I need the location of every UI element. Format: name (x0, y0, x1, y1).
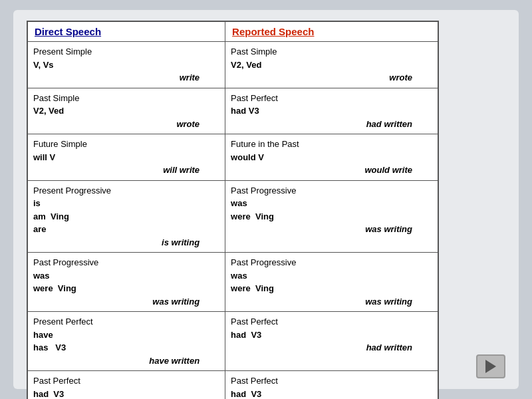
direct-tense-1: Past Simple (33, 92, 219, 105)
direct-form-3: is am Ving are (33, 197, 219, 236)
direct-cell-2: Future Simplewill Vwill write (27, 134, 225, 181)
reported-tense-5: Past Perfect (231, 315, 432, 329)
reported-form-2: would V (231, 151, 432, 164)
direct-tense-2: Future Simple (33, 138, 219, 151)
reported-example-2: would write (231, 164, 432, 177)
reported-form-0: V2, Ved (231, 59, 432, 72)
direct-tense-4: Past Progressive (33, 256, 219, 269)
reported-form-1: had V3 (231, 104, 432, 118)
direct-example-0: write (33, 71, 219, 84)
reported-cell-0: Past SimpleV2, Vedwrote (225, 42, 438, 88)
direct-tense-0: Present Simple (33, 45, 219, 59)
reported-tense-3: Past Progressive (231, 184, 432, 198)
direct-tense-5: Present Perfect (33, 315, 219, 329)
direct-form-0: V, Vs (33, 59, 219, 72)
reported-example-4: was writing (231, 295, 432, 309)
direct-cell-1: Past SimpleV2, Vedwrote (27, 88, 225, 134)
direct-cell-0: Present SimpleV, Vswrite (27, 42, 225, 88)
reported-tense-0: Past Simple (231, 45, 432, 59)
reported-example-1: had written (231, 118, 432, 131)
reported-form-5: had V3 (231, 329, 432, 342)
reported-tense-6: Past Perfect (231, 374, 432, 388)
direct-cell-3: Present Progressiveis am Ving areis writ… (27, 180, 225, 253)
reported-example-5: had written (231, 341, 432, 354)
reported-cell-2: Future in the Pastwould Vwould write (225, 134, 438, 181)
reported-cell-4: Past Progressivewas were Vingwas writing (225, 253, 438, 312)
reported-cell-3: Past Progressivewas were Vingwas writing (225, 180, 438, 253)
reported-tense-4: Past Progressive (231, 256, 432, 269)
direct-cell-5: Present Perfecthave has V3have written (27, 312, 225, 371)
header-reported: Reported Speech (225, 21, 438, 42)
reported-tense-1: Past Perfect (231, 92, 432, 105)
direct-cell-4: Past Progressivewas were Vingwas writing (27, 253, 225, 312)
reported-cell-1: Past Perfecthad V3had written (225, 88, 438, 134)
slide: Direct Speech Reported Speech Present Si… (13, 10, 519, 389)
direct-form-1: V2, Ved (33, 104, 219, 118)
direct-example-2: will write (33, 164, 219, 177)
direct-cell-6: Past Perfecthad V3had written (27, 371, 225, 400)
header-direct: Direct Speech (27, 21, 225, 42)
direct-example-4: was writing (33, 295, 219, 309)
direct-form-5: have has V3 (33, 329, 219, 354)
reported-cell-5: Past Perfecthad V3had written (225, 312, 438, 371)
direct-form-2: will V (33, 151, 219, 164)
direct-form-4: was were Ving (33, 269, 219, 295)
reported-form-6: had V3 (231, 388, 432, 400)
play-button[interactable] (476, 354, 505, 378)
direct-tense-3: Present Progressive (33, 184, 219, 198)
reported-tense-2: Future in the Past (231, 138, 432, 151)
direct-example-5: have written (33, 354, 219, 368)
reported-example-3: was writing (231, 223, 432, 236)
reported-example-0: wrote (231, 71, 432, 84)
speech-table: Direct Speech Reported Speech Present Si… (27, 21, 439, 399)
direct-form-6: had V3 (33, 388, 219, 400)
table-wrapper: Direct Speech Reported Speech Present Si… (27, 21, 505, 399)
reported-cell-6: Past Perfecthad V3had written (225, 371, 438, 400)
reported-form-4: was were Ving (231, 269, 432, 295)
direct-tense-6: Past Perfect (33, 374, 219, 388)
reported-form-3: was were Ving (231, 197, 432, 223)
direct-example-3: is writing (33, 236, 219, 249)
direct-example-1: wrote (33, 118, 219, 131)
